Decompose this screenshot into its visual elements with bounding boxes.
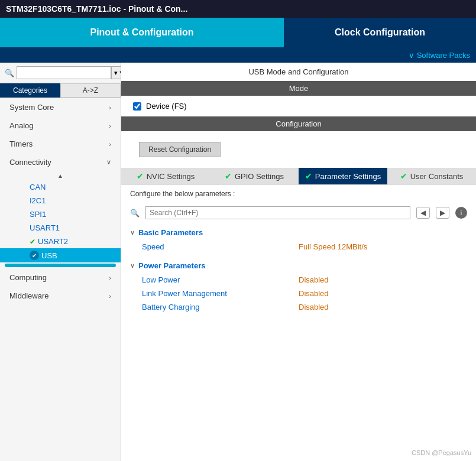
sidebar: 🔍 ▾ Categories A->Z System Core › Analog… bbox=[0, 63, 121, 461]
sidebar-item-analog[interactable]: Analog › bbox=[0, 116, 121, 135]
connectivity-children: CAN I2C1 SPI1 USART1 ✔ USART2 ✔ USB bbox=[0, 180, 121, 262]
tab-parameter-settings[interactable]: ✔ Parameter Settings bbox=[299, 168, 387, 184]
chevron-down-icon: ∨ bbox=[106, 158, 111, 166]
device-fs-checkbox[interactable] bbox=[133, 102, 141, 111]
param-row-link-power: Link Power Management Disabled bbox=[130, 287, 467, 300]
tab-user-constants[interactable]: ✔ User Constants bbox=[387, 168, 476, 184]
chevron-right-icon: › bbox=[109, 104, 111, 111]
sidebar-item-timers[interactable]: Timers › bbox=[0, 135, 121, 153]
chevron-right-icon: › bbox=[109, 274, 111, 281]
sidebar-item-computing[interactable]: Computing › bbox=[0, 268, 121, 287]
reset-config-button[interactable]: Reset Configuration bbox=[139, 142, 221, 157]
sidebar-item-middleware[interactable]: Middleware › bbox=[0, 287, 121, 305]
tab-a-to-z[interactable]: A->Z bbox=[60, 83, 121, 98]
sidebar-search-input[interactable] bbox=[17, 66, 111, 79]
check-icon-active: ✔ bbox=[30, 251, 39, 260]
config-header: Configuration bbox=[121, 116, 476, 131]
check-icon: ✔ bbox=[30, 238, 35, 246]
horizontal-scrollbar[interactable] bbox=[5, 264, 116, 267]
usb-mode-title: USB Mode and Configuration bbox=[121, 63, 476, 81]
sidebar-search-row: 🔍 ▾ bbox=[0, 63, 121, 83]
tab-nvic-settings[interactable]: ✔ NVIC Settings bbox=[121, 168, 210, 184]
connectivity-child-usart1[interactable]: USART1 bbox=[0, 221, 121, 235]
sidebar-item-system-core[interactable]: System Core › bbox=[0, 98, 121, 116]
tab-check-icon-active: ✔ bbox=[305, 171, 312, 181]
software-packs-bar[interactable]: ∨ Software Packs bbox=[0, 47, 476, 63]
prev-param-button[interactable]: ◀ bbox=[416, 207, 430, 219]
connectivity-child-usart2[interactable]: ✔ USART2 bbox=[0, 235, 121, 248]
param-row-speed: Speed Full Speed 12MBit/s bbox=[130, 240, 467, 254]
connectivity-child-usb[interactable]: ✔ USB bbox=[0, 248, 121, 262]
chevron-right-icon: › bbox=[109, 122, 111, 129]
sidebar-tabs: Categories A->Z bbox=[0, 83, 121, 98]
settings-tabs: ✔ NVIC Settings ✔ GPIO Settings ✔ Parame… bbox=[121, 168, 476, 184]
sidebar-item-connectivity[interactable]: Connectivity ∨ bbox=[0, 153, 121, 171]
watermark: CSDN @PegasusYu bbox=[412, 449, 471, 456]
main-content: USB Mode and Configuration Mode Device (… bbox=[121, 63, 476, 461]
main-layout: 🔍 ▾ Categories A->Z System Core › Analog… bbox=[0, 63, 476, 461]
device-fs-label: Device (FS) bbox=[146, 102, 187, 111]
tab-check-icon: ✔ bbox=[137, 171, 144, 181]
software-packs-label: ∨ Software Packs bbox=[409, 51, 470, 60]
scroll-up-indicator: ▲ bbox=[0, 171, 121, 180]
chevron-down-icon: ∨ bbox=[130, 262, 135, 270]
title-bar: STM32F103C6T6_TM7711.ioc - Pinout & Con.… bbox=[0, 0, 476, 18]
param-row-low-power: Low Power Disabled bbox=[130, 273, 467, 287]
basic-parameters-group: ∨ Basic Parameters Speed Full Speed 12MB… bbox=[121, 223, 476, 256]
search-icon: 🔍 bbox=[130, 209, 140, 217]
chevron-right-icon: › bbox=[109, 141, 111, 148]
basic-parameters-header[interactable]: ∨ Basic Parameters bbox=[130, 225, 467, 240]
connectivity-child-i2c1[interactable]: I2C1 bbox=[0, 194, 121, 207]
tab-categories[interactable]: Categories bbox=[0, 83, 60, 98]
info-button[interactable]: i bbox=[455, 207, 467, 219]
power-parameters-header[interactable]: ∨ Power Parameters bbox=[130, 258, 467, 273]
tab-check-icon: ✔ bbox=[400, 171, 407, 181]
pinout-tab[interactable]: Pinout & Configuration bbox=[0, 18, 284, 47]
chevron-right-icon: › bbox=[109, 293, 111, 300]
next-param-button[interactable]: ▶ bbox=[436, 207, 449, 219]
tab-gpio-settings[interactable]: ✔ GPIO Settings bbox=[210, 168, 299, 184]
mode-header: Mode bbox=[121, 81, 476, 96]
param-search-row: 🔍 ◀ ▶ i bbox=[121, 203, 476, 223]
param-row-battery-charging: Battery Charging Disabled bbox=[130, 300, 467, 314]
connectivity-child-spi1[interactable]: SPI1 bbox=[0, 207, 121, 221]
search-icon: 🔍 bbox=[5, 69, 14, 77]
connectivity-child-can[interactable]: CAN bbox=[0, 180, 121, 194]
clock-tab[interactable]: Clock Configuration bbox=[284, 18, 476, 47]
sidebar-search-dropdown[interactable]: ▾ bbox=[111, 66, 121, 79]
configure-text: Configure the below parameters : bbox=[121, 184, 476, 203]
top-nav: Pinout & Configuration Clock Configurati… bbox=[0, 18, 476, 47]
param-search-input[interactable] bbox=[145, 206, 410, 219]
title-text: STM32F103C6T6_TM7711.ioc - Pinout & Con.… bbox=[6, 4, 187, 14]
power-parameters-group: ∨ Power Parameters Low Power Disabled Li… bbox=[121, 256, 476, 316]
tab-check-icon: ✔ bbox=[225, 171, 232, 181]
chevron-down-icon: ∨ bbox=[130, 229, 135, 236]
device-fs-row: Device (FS) bbox=[121, 96, 476, 116]
